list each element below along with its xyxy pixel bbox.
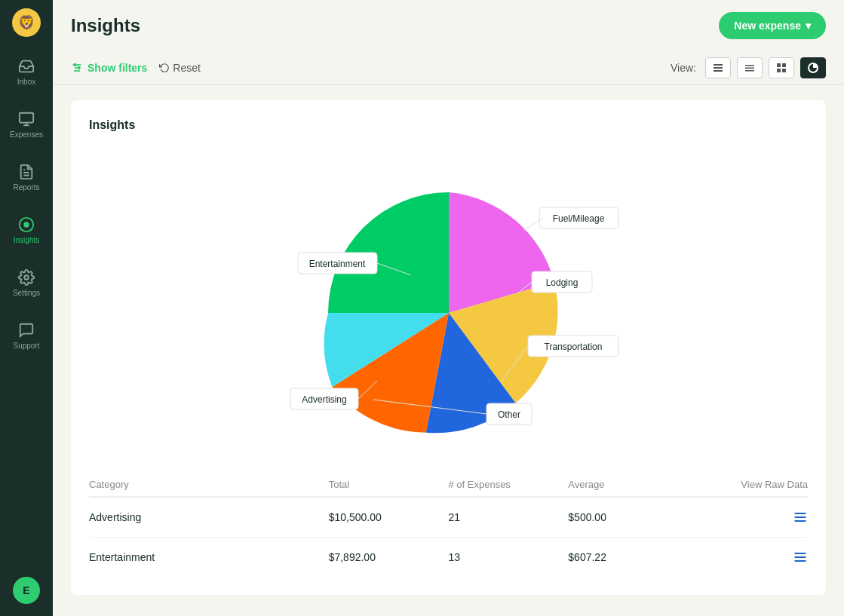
sidebar-user-avatar[interactable]: E (13, 577, 40, 616)
toolbar-left: Show filters Reset (71, 62, 201, 74)
chevron-down-icon: ▾ (806, 20, 811, 32)
toolbar: Show filters Reset View: (53, 51, 844, 85)
insights-card: Insights (71, 100, 826, 595)
svg-text:Transportation: Transportation (544, 342, 602, 352)
view-compact-button[interactable] (737, 57, 763, 78)
avatar: E (13, 577, 40, 604)
cell-total: $7,892.00 (329, 551, 449, 563)
top-header: Insights New expense ▾ (53, 0, 844, 51)
cell-count: 21 (448, 511, 568, 523)
col-header-view-raw: View Raw Data (688, 479, 808, 490)
svg-rect-15 (714, 70, 723, 72)
view-list-button[interactable] (705, 57, 731, 78)
view-grid-button[interactable] (769, 57, 794, 78)
svg-point-6 (24, 222, 29, 227)
sidebar-item-label: Settings (13, 289, 40, 297)
svg-rect-21 (777, 69, 781, 72)
svg-rect-22 (782, 69, 786, 72)
col-header-average: Average (568, 479, 688, 490)
view-label: View: (671, 62, 696, 74)
col-header-total: Total (329, 479, 449, 490)
sidebar: 🦁 Inbox Expenses Reports Insigh (0, 0, 53, 616)
table-row: Advertising $10,500.00 21 $500.00 (89, 498, 808, 538)
table-header: Category Total # of Expenses Average Vie… (89, 473, 808, 498)
svg-text:Advertising: Advertising (302, 394, 346, 405)
svg-text:Other: Other (497, 409, 520, 420)
insights-icon (18, 216, 35, 233)
svg-rect-19 (777, 63, 781, 67)
view-raw-button[interactable] (688, 510, 808, 525)
grid-view-icon (775, 62, 787, 74)
sidebar-item-label: Support (13, 342, 39, 350)
table-row: Entertainment $7,892.00 13 $607.22 (89, 538, 808, 577)
main-content: Insights New expense ▾ Show filters (53, 0, 844, 616)
svg-rect-16 (745, 65, 754, 66)
svg-rect-17 (745, 68, 754, 69)
svg-rect-13 (714, 64, 723, 66)
svg-rect-20 (782, 63, 786, 67)
reset-button[interactable]: Reset (159, 62, 201, 74)
gear-icon (18, 269, 35, 286)
list-view-icon (712, 62, 724, 74)
col-header-count: # of Expenses (448, 479, 568, 490)
sidebar-item-label: Reports (13, 183, 39, 192)
reset-icon (159, 63, 170, 73)
raw-data-icon (793, 510, 808, 525)
cell-category: Entertainment (89, 551, 329, 563)
sidebar-item-reports[interactable]: Reports (0, 151, 53, 204)
new-expense-button[interactable]: New expense ▾ (719, 12, 826, 39)
filters-icon (71, 62, 83, 74)
cell-category: Advertising (89, 511, 329, 523)
toolbar-right: View: (671, 57, 826, 78)
col-header-category: Category (89, 479, 329, 490)
raw-data-icon (793, 550, 808, 565)
app-logo: 🦁 (12, 8, 41, 37)
view-raw-button[interactable] (688, 550, 808, 565)
svg-text:Fuel/Mileage: Fuel/Mileage (552, 213, 604, 224)
sidebar-item-expenses[interactable]: Expenses (0, 98, 53, 151)
sidebar-item-inbox[interactable]: Inbox (0, 45, 53, 98)
inbox-icon (18, 58, 35, 75)
sidebar-logo: 🦁 (0, 0, 53, 45)
chart-view-icon (807, 62, 819, 74)
pie-chart: Fuel/Mileage Lodging Transportation Othe… (260, 147, 637, 449)
page-title: Insights (71, 15, 140, 36)
show-filters-button[interactable]: Show filters (71, 62, 147, 74)
sidebar-item-settings[interactable]: Settings (0, 256, 53, 309)
pie-chart-container: Fuel/Mileage Lodging Transportation Othe… (89, 147, 808, 449)
cell-average: $500.00 (568, 511, 688, 523)
svg-point-12 (78, 67, 80, 69)
sidebar-item-support[interactable]: Support (0, 309, 53, 362)
card-title: Insights (89, 118, 808, 132)
sidebar-item-label: Inbox (17, 78, 35, 86)
content-area: Insights (53, 85, 844, 616)
svg-text:Lodging: Lodging (545, 277, 578, 288)
sidebar-item-label: Insights (14, 236, 39, 244)
svg-rect-14 (714, 67, 723, 69)
expenses-icon (18, 111, 35, 127)
sidebar-item-label: Expenses (10, 130, 43, 139)
reports-icon (18, 164, 35, 180)
view-chart-button[interactable] (800, 57, 826, 78)
svg-rect-18 (745, 70, 754, 72)
svg-point-7 (24, 275, 29, 280)
support-icon (18, 322, 35, 339)
svg-point-11 (74, 64, 76, 66)
cell-average: $607.22 (568, 551, 688, 563)
sidebar-item-insights[interactable]: Insights (0, 204, 53, 256)
svg-text:Entertainment: Entertainment (308, 259, 365, 269)
cell-count: 13 (448, 551, 568, 563)
compact-view-icon (744, 62, 756, 74)
cell-total: $10,500.00 (329, 511, 449, 523)
svg-rect-0 (20, 112, 33, 122)
